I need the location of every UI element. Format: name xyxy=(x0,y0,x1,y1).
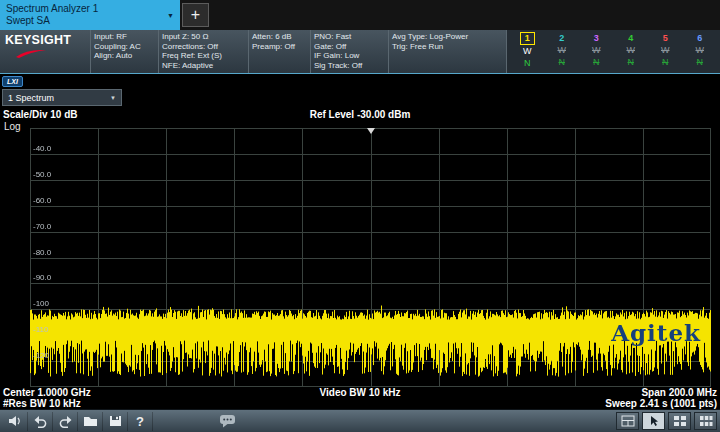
setting-line: Gate: Off xyxy=(314,42,385,52)
redo-icon[interactable] xyxy=(53,412,78,431)
display-layout-icon[interactable] xyxy=(616,412,639,430)
y-axis-label: -110 xyxy=(33,325,48,334)
trace-number: 4 xyxy=(624,32,637,44)
log-scale-label: Log xyxy=(4,121,21,132)
tab-title: Spectrum Analyzer 1 xyxy=(6,3,163,15)
sweep-label[interactable]: Sweep 2.41 s (1001 pts) xyxy=(479,398,717,409)
ref-level-label[interactable]: Ref Level -30.00 dBm xyxy=(0,109,720,120)
footer-annotations: Center 1.0000 GHz Video BW 10 kHz Span 2… xyxy=(0,387,720,409)
trace-status-table: 1 W N 2 W N 3 W N 4 W N 5 W N xyxy=(506,30,720,73)
trace-number: 5 xyxy=(659,32,672,44)
trace-detector: N xyxy=(662,56,669,68)
center-freq-marker-icon xyxy=(367,128,375,134)
trace-status-3[interactable]: 3 W N xyxy=(579,32,614,71)
setting-line: Atten: 6 dB xyxy=(252,32,307,42)
save-icon[interactable] xyxy=(103,412,128,431)
lxi-badge: LXI xyxy=(2,76,23,87)
window-grid-icon-1[interactable] xyxy=(668,412,691,430)
trace-type: W xyxy=(558,44,567,56)
touch-pointer-icon[interactable] xyxy=(642,412,665,430)
lxi-label: LXI xyxy=(7,78,18,85)
help-question-mark: ? xyxy=(136,414,144,429)
spectrum-trace-canvas[interactable] xyxy=(30,128,711,387)
span-label[interactable]: Span 200.0 MHz xyxy=(479,387,717,398)
trace-number: 1 xyxy=(520,32,535,45)
setting-line: Corrections: Off xyxy=(162,42,245,52)
settings-group-avg-trig[interactable]: Avg Type: Log-Power Trig: Free Run xyxy=(388,30,490,73)
setting-line: Input Z: 50 Ω xyxy=(162,32,245,42)
keysight-swoosh-icon xyxy=(14,48,48,59)
trace-status-2[interactable]: 2 W N xyxy=(545,32,580,71)
settings-group-atten[interactable]: Atten: 6 dB Preamp: Off xyxy=(248,30,310,73)
window-grid-icon-2[interactable] xyxy=(694,412,717,430)
add-tab-button[interactable]: + xyxy=(182,3,209,27)
settings-group-input[interactable]: Input: RF Coupling: AC Align: Auto xyxy=(90,30,158,73)
tab-spectrum-analyzer-1[interactable]: Spectrum Analyzer 1 Swept SA ▼ xyxy=(0,0,180,30)
watermark-text: Agitek xyxy=(611,319,701,346)
setting-line: Input: RF xyxy=(94,32,155,42)
setting-line: Align: Auto xyxy=(94,51,155,61)
setting-line: PNO: Fast xyxy=(314,32,385,42)
settings-group-pno[interactable]: PNO: Fast Gate: Off IF Gain: Low Sig Tra… xyxy=(310,30,388,73)
trace-detector: N xyxy=(593,56,600,68)
setting-line: Preamp: Off xyxy=(252,42,307,52)
bottom-toolbar: ? xyxy=(0,409,720,432)
setting-line: Coupling: AC xyxy=(94,42,155,52)
trace-status-5[interactable]: 5 W N xyxy=(648,32,683,71)
trace-type: W xyxy=(661,44,670,56)
y-axis-label: -120 xyxy=(33,351,49,360)
video-bw-label[interactable]: Video BW 10 kHz xyxy=(241,387,479,398)
setting-line: Freq Ref: Ext (S) xyxy=(162,51,245,61)
tab-subtitle: Swept SA xyxy=(6,15,163,27)
spectrum-analyzer-app: Spectrum Analyzer 1 Swept SA ▼ + KEYSIGH… xyxy=(0,0,720,432)
setting-line: Trig: Free Run xyxy=(392,42,487,52)
trace-number: 6 xyxy=(693,32,706,44)
setting-line: Avg Type: Log-Power xyxy=(392,32,487,42)
trace-number: 3 xyxy=(590,32,603,44)
tab-title-block: Spectrum Analyzer 1 Swept SA xyxy=(6,3,163,27)
y-axis-label: -90.0 xyxy=(33,273,51,282)
chat-bubble-icon[interactable] xyxy=(215,412,240,431)
trace-detector: N xyxy=(524,57,531,69)
y-axis-label: -60.0 xyxy=(33,196,51,205)
trace-view-selector[interactable]: 1 Spectrum ▼ xyxy=(2,89,122,106)
tab-bar: Spectrum Analyzer 1 Swept SA ▼ + xyxy=(0,0,720,30)
spectrum-display[interactable]: -40.0 -50.0 -60.0 -70.0 -80.0 -90.0 -100… xyxy=(30,128,711,387)
center-freq-label[interactable]: Center 1.0000 GHz xyxy=(3,387,241,398)
graph-region: Log -40.0 -50.0 -60.0 -70.0 -80.0 -90.0 … xyxy=(0,123,720,387)
setting-line: IF Gain: Low xyxy=(314,51,385,61)
annotation-row: Scale/Div 10 dB Ref Level -30.00 dBm xyxy=(0,108,720,123)
trace-type: W xyxy=(523,45,532,57)
y-axis-label: -50.0 xyxy=(33,170,51,179)
trace-type: W xyxy=(592,44,601,56)
y-axis-label: -70.0 xyxy=(33,222,51,231)
open-folder-icon[interactable] xyxy=(78,412,103,431)
trace-detector: N xyxy=(559,56,566,68)
keysight-logo: KEYSIGHT xyxy=(0,30,90,73)
trace-detector: N xyxy=(628,56,635,68)
undo-icon[interactable] xyxy=(28,412,53,431)
view-selector-row: 1 Spectrum ▼ xyxy=(0,88,720,108)
settings-group-impedance[interactable]: Input Z: 50 Ω Corrections: Off Freq Ref:… xyxy=(158,30,248,73)
trace-detector: N xyxy=(697,56,704,68)
help-button[interactable]: ? xyxy=(128,412,153,431)
trace-status-6[interactable]: 6 W N xyxy=(683,32,718,71)
trace-status-1[interactable]: 1 W N xyxy=(510,32,545,71)
trace-number: 2 xyxy=(555,32,568,44)
setting-line: NFE: Adaptive xyxy=(162,61,245,71)
trace-type: W xyxy=(696,44,705,56)
setting-line: Sig Track: Off xyxy=(314,61,385,71)
y-axis-label: -40.0 xyxy=(33,144,51,153)
header-bar: KEYSIGHT Input: RF Coupling: AC Align: A… xyxy=(0,30,720,74)
keysight-logo-text: KEYSIGHT xyxy=(5,33,71,47)
y-axis-label: -100 xyxy=(33,299,49,308)
y-axis-label: -80.0 xyxy=(33,248,51,257)
speaker-icon[interactable] xyxy=(3,412,28,431)
tab-dropdown-caret-icon[interactable]: ▼ xyxy=(167,12,174,19)
chevron-down-icon: ▼ xyxy=(110,95,116,101)
res-bw-label[interactable]: #Res BW 10 kHz xyxy=(3,398,241,409)
trace-type: W xyxy=(627,44,636,56)
trace-status-4[interactable]: 4 W N xyxy=(614,32,649,71)
status-strip: LXI xyxy=(0,74,720,88)
view-selector-label: 1 Spectrum xyxy=(8,93,54,103)
